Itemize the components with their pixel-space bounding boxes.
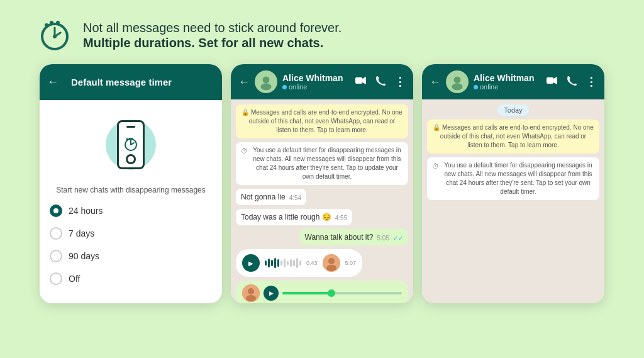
timer-notice-icon: ⏱ — [241, 147, 248, 156]
wave-bar — [290, 259, 292, 267]
phone3-header: ← Alice Whitman online — [422, 64, 604, 99]
wave-bar — [296, 258, 298, 268]
phone2-contact-status: online — [282, 83, 350, 91]
msg3-ticks: ✓✓ — [393, 235, 403, 242]
wave-bar — [274, 258, 276, 268]
phone-illustration — [99, 110, 162, 179]
svg-point-16 — [328, 258, 335, 264]
voice-meta: 0:43 — [306, 260, 318, 266]
voice-time-end: 5:07 — [345, 260, 357, 266]
radio-option-off[interactable]: Off — [50, 270, 212, 288]
wave-bar — [293, 260, 295, 266]
phone2-msg2: Today was a little rough 😔 4:55 — [236, 209, 352, 225]
wave-bar — [277, 259, 279, 267]
header-subtitle: Multiple durations. Set for all new chat… — [83, 36, 341, 50]
phone2-timer-text: You use a default timer for disappearing… — [251, 146, 403, 181]
svg-point-21 — [454, 76, 461, 83]
phone3-timer-notice[interactable]: ⏱ You use a default timer for disappeari… — [427, 157, 599, 200]
svg-rect-23 — [547, 77, 553, 84]
phone1-title: Default message timer — [64, 70, 214, 94]
bottom-progress-thumb — [328, 289, 335, 297]
phone3-video-icon[interactable] — [547, 76, 558, 87]
svg-point-19 — [248, 288, 254, 294]
svg-point-12 — [260, 83, 271, 90]
phone3-online-dot — [474, 85, 478, 89]
radio-options: 24 hours 7 days 90 days Off — [50, 202, 212, 288]
illus-device — [117, 120, 145, 169]
radio-24h-label: 24 hours — [69, 206, 103, 216]
timer-logo-icon — [38, 18, 72, 52]
phone3-phone-icon[interactable] — [567, 76, 577, 88]
date-badge: Today — [497, 104, 528, 116]
video-call-icon[interactable] — [355, 76, 367, 87]
phone2-contact-name: Alice Whitman — [282, 73, 350, 84]
msg1-time: 4:54 — [289, 194, 301, 201]
wave-bar — [268, 259, 270, 267]
radio-90d-label: 90 days — [69, 251, 99, 261]
wave-bar — [284, 259, 286, 267]
wave-bar — [265, 260, 267, 266]
svg-marker-24 — [553, 77, 557, 84]
phone2-back-icon[interactable]: ← — [238, 76, 250, 89]
radio-7d-circle[interactable] — [50, 227, 62, 240]
voice-waveform — [265, 257, 301, 269]
radio-90d-circle[interactable] — [50, 250, 62, 262]
phone2-chat-content: 🔒 Messages and calls are end-to-end encr… — [231, 99, 413, 303]
phone2-timer-notice[interactable]: ⏱ You use a default timer for disappeari… — [236, 142, 408, 185]
phones-container: ← Default message timer Start — [0, 64, 644, 303]
phone3-back-icon[interactable]: ← — [430, 76, 441, 89]
radio-24h-circle[interactable] — [50, 204, 62, 217]
phone3-contact-name: Alice Whitman — [474, 73, 541, 84]
svg-rect-13 — [355, 77, 362, 84]
phone3-timer-text: You use a default timer for disappearing… — [442, 161, 594, 196]
svg-point-4 — [56, 21, 60, 25]
msg3-text: Wanna talk about it? — [305, 233, 374, 242]
phone2-card: ← Alice Whitman online — [231, 64, 413, 303]
phone1-content: Start new chats with disappearing messag… — [40, 100, 222, 303]
wave-bar — [299, 260, 301, 266]
svg-point-11 — [263, 76, 270, 83]
svg-point-1 — [53, 35, 57, 38]
phone1-card: ← Default message timer Start — [40, 64, 222, 303]
bottom-avatar — [242, 284, 260, 302]
bottom-play-button[interactable]: ▶ — [264, 286, 279, 301]
voice-avatar — [323, 254, 340, 272]
phone3-card: ← Alice Whitman online — [422, 64, 604, 303]
phone3-avatar — [446, 70, 469, 93]
phone-call-icon[interactable] — [375, 76, 386, 88]
phone3-chat-content: Today 🔒 Messages and calls are end-to-en… — [422, 99, 604, 303]
voice-time-start: 0:43 — [306, 260, 318, 266]
svg-marker-14 — [362, 77, 366, 84]
radio-off-circle[interactable] — [50, 272, 62, 285]
menu-icon[interactable]: ⋮ — [394, 75, 406, 89]
phone2-voice-msg: ▶ 0:43 — [236, 249, 362, 277]
phone3-menu-icon[interactable]: ⋮ — [586, 75, 597, 89]
phone2-contact-info: Alice Whitman online — [282, 73, 350, 91]
radio-option-90d[interactable]: 90 days — [50, 247, 212, 265]
phone2-bottom-row: ▶ — [236, 281, 408, 303]
wave-bar — [287, 261, 289, 265]
radio-option-24h[interactable]: 24 hours — [50, 202, 212, 220]
phone2-msg1: Not gonna lie 4:54 — [236, 189, 306, 205]
header-text-block: Not all messages need to stick around fo… — [83, 20, 341, 50]
phone2-encrypt-notice: 🔒 Messages and calls are end-to-end encr… — [236, 104, 408, 138]
phone3-timer-icon: ⏱ — [432, 162, 439, 171]
bottom-progress-bar — [282, 292, 402, 294]
wave-bar — [280, 260, 282, 266]
msg3-time: 5:05 — [377, 235, 389, 242]
phone1-header: ← Default message timer — [40, 64, 222, 100]
msg2-time: 4:55 — [335, 215, 347, 221]
radio-option-7d[interactable]: 7 days — [50, 225, 212, 242]
phone3-contact-status: online — [474, 83, 541, 91]
back-arrow-icon[interactable]: ← — [47, 76, 58, 89]
svg-point-17 — [326, 265, 336, 271]
svg-point-22 — [452, 83, 462, 90]
svg-point-8 — [126, 138, 128, 140]
svg-point-3 — [50, 21, 53, 25]
svg-point-2 — [45, 23, 48, 27]
phone3-encrypt-notice: 🔒 Messages and calls are end-to-end encr… — [427, 120, 599, 154]
header-title: Not all messages need to stick around fo… — [83, 20, 341, 36]
phone3-contact-info: Alice Whitman online — [474, 73, 541, 91]
play-button[interactable]: ▶ — [242, 254, 260, 272]
msg1-text: Not gonna lie — [241, 193, 286, 201]
